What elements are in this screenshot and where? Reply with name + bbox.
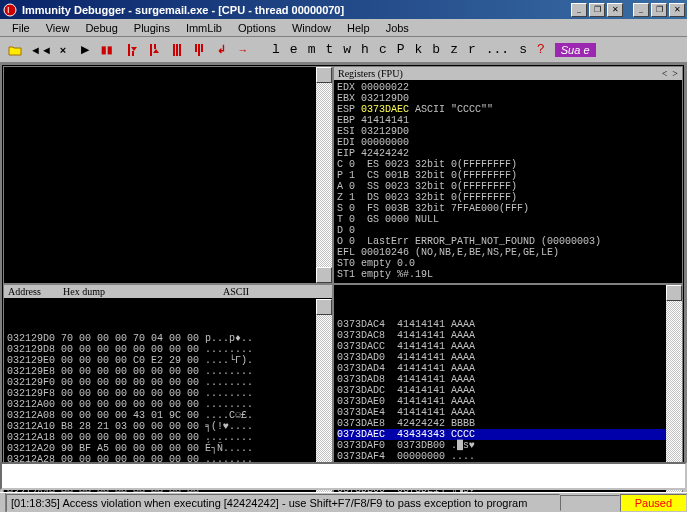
trace-over-icon[interactable] xyxy=(189,40,209,60)
btn-l[interactable]: l xyxy=(268,42,284,57)
command-input[interactable] xyxy=(0,462,687,490)
goto-icon[interactable]: → xyxy=(233,40,253,60)
window-title: Immunity Debugger - surgemail.exe - [CPU… xyxy=(22,4,571,16)
scroll-down-icon[interactable]: ▼ xyxy=(316,267,332,283)
reg-prev-icon[interactable]: < xyxy=(662,68,668,79)
reg-next-icon[interactable]: > xyxy=(672,68,678,79)
scroll-up-icon[interactable]: ▲ xyxy=(316,67,332,83)
btn-s[interactable]: s xyxy=(515,42,531,57)
workspace: ▲ ▼ Registers (FPU)< > EDX 00000022EBX 0… xyxy=(0,63,687,480)
menu-help[interactable]: Help xyxy=(339,20,378,36)
app-icon: I xyxy=(2,2,18,18)
open-icon[interactable] xyxy=(5,40,25,60)
play-icon[interactable]: ▶ xyxy=(75,40,95,60)
trace-into-icon[interactable] xyxy=(167,40,187,60)
btn-w[interactable]: w xyxy=(339,42,355,57)
menu-file[interactable]: File xyxy=(4,20,38,36)
btn-h[interactable]: h xyxy=(357,42,373,57)
mnemonic-buttons: l e m t w h c P k b z r ... s ? xyxy=(268,42,549,57)
status-paused: Paused xyxy=(620,494,687,512)
svg-rect-9 xyxy=(195,44,197,52)
minimize-button[interactable]: _ xyxy=(633,3,649,17)
btn-b[interactable]: b xyxy=(428,42,444,57)
col-hex: Hex dump xyxy=(63,286,223,297)
svg-rect-2 xyxy=(128,44,130,56)
menu-options[interactable]: Options xyxy=(230,20,284,36)
menu-view[interactable]: View xyxy=(38,20,78,36)
col-address: Address xyxy=(8,286,63,297)
menu-window[interactable]: Window xyxy=(284,20,339,36)
registers-header: Registers (FPU) xyxy=(338,68,403,79)
btn-t[interactable]: t xyxy=(321,42,337,57)
disasm-pane[interactable]: ▲ ▼ xyxy=(3,66,333,284)
cpu-window: ▲ ▼ Registers (FPU)< > EDX 00000022EBX 0… xyxy=(2,65,684,479)
step-over-icon[interactable] xyxy=(145,40,165,60)
disasm-scrollbar[interactable]: ▲ ▼ xyxy=(316,67,332,283)
menu-plugins[interactable]: Plugins xyxy=(126,20,178,36)
status-message: [01:18:35] Access violation when executi… xyxy=(6,494,560,512)
svg-rect-8 xyxy=(179,44,181,56)
svg-point-0 xyxy=(4,4,16,16)
menu-jobs[interactable]: Jobs xyxy=(378,20,417,36)
registers-pane[interactable]: Registers (FPU)< > EDX 00000022EBX 03212… xyxy=(333,66,683,284)
btn-m[interactable]: m xyxy=(304,42,320,57)
step-into-icon[interactable] xyxy=(123,40,143,60)
svg-rect-11 xyxy=(201,44,203,52)
maximize-button[interactable]: ❐ xyxy=(651,3,667,17)
toolbar: ◄◄ × ▶ ▮▮ ↲ → l e m t w h c P k b z r ..… xyxy=(0,37,687,63)
svg-rect-3 xyxy=(132,51,134,56)
svg-rect-10 xyxy=(198,44,200,56)
menu-immlib[interactable]: ImmLib xyxy=(178,20,230,36)
restart-icon[interactable]: × xyxy=(53,40,73,60)
svg-text:I: I xyxy=(7,5,10,15)
btn-k[interactable]: k xyxy=(411,42,427,57)
scroll-up-icon[interactable]: ▲ xyxy=(316,299,332,315)
svg-rect-6 xyxy=(173,44,175,56)
pause-icon[interactable]: ▮▮ xyxy=(97,40,117,60)
svg-rect-5 xyxy=(154,44,156,49)
run-till-return-icon[interactable]: ↲ xyxy=(211,40,231,60)
child-close-button[interactable]: ✕ xyxy=(607,3,623,17)
scroll-up-icon[interactable]: ▲ xyxy=(666,285,682,301)
child-restore-button[interactable]: ❐ xyxy=(589,3,605,17)
btn-c[interactable]: c xyxy=(375,42,391,57)
btn-help[interactable]: ? xyxy=(533,42,549,57)
menubar: File View Debug Plugins ImmLib Options W… xyxy=(0,19,687,37)
btn-e[interactable]: e xyxy=(286,42,302,57)
btn-more[interactable]: ... xyxy=(482,42,513,57)
rewind-icon[interactable]: ◄◄ xyxy=(31,40,51,60)
titlebar: I Immunity Debugger - surgemail.exe - [C… xyxy=(0,0,687,19)
status-bar: [01:18:35] Access violation when executi… xyxy=(0,492,687,512)
btn-z[interactable]: z xyxy=(446,42,462,57)
svg-rect-4 xyxy=(150,44,152,56)
col-ascii: ASCII xyxy=(223,286,249,297)
btn-r[interactable]: r xyxy=(464,42,480,57)
close-button[interactable]: ✕ xyxy=(669,3,685,17)
purple-banner: Sua e xyxy=(555,43,596,57)
btn-P[interactable]: P xyxy=(393,42,409,57)
svg-rect-7 xyxy=(176,44,178,56)
menu-debug[interactable]: Debug xyxy=(77,20,125,36)
child-min-button[interactable]: _ xyxy=(571,3,587,17)
